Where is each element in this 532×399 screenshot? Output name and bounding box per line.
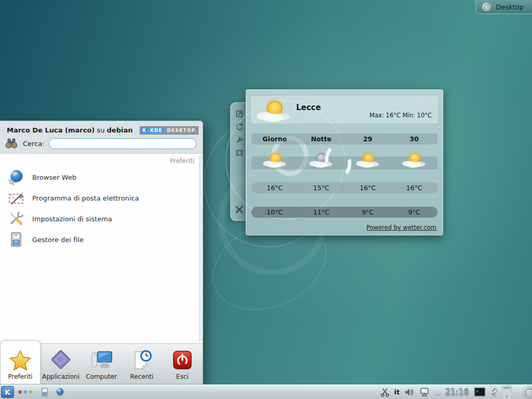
search-input[interactable] <box>49 138 196 149</box>
rotate-icon[interactable] <box>235 122 244 131</box>
high-temp: 15°C <box>298 184 345 192</box>
system-tray: it 21:16 >_ °C <box>380 385 532 399</box>
panel-toolbox-cashew[interactable] <box>516 385 532 399</box>
applet-mark <box>506 395 508 397</box>
red-dot-icon <box>18 390 22 394</box>
resize-icon[interactable] <box>235 109 244 118</box>
configure-wrench-icon[interactable] <box>235 135 244 144</box>
favorite-item-file-manager[interactable]: Gestore dei file <box>0 229 203 250</box>
column-header: 30 <box>391 135 438 143</box>
favorite-item-system-settings[interactable]: Impostazioni di sistema <box>0 208 203 229</box>
email-envelope-pen-icon <box>8 190 24 206</box>
kde-gear-icon: K <box>141 127 148 134</box>
sun-cloud-icon <box>251 157 298 169</box>
column-header: Giorno <box>251 135 298 143</box>
low-temp: 9°C <box>391 208 438 216</box>
file-manager-launcher[interactable] <box>39 387 50 397</box>
sun-cloud-icon <box>344 157 391 169</box>
screen-settings-icon[interactable] <box>235 148 244 157</box>
computer-icon <box>89 350 113 371</box>
favorites-scrollbar[interactable] <box>199 155 202 342</box>
web-browser-launcher[interactable] <box>55 387 65 397</box>
document-clock-icon <box>131 350 153 371</box>
favorite-item-email[interactable]: Programma di posta elettronica <box>0 188 203 208</box>
close-icon[interactable] <box>235 205 244 214</box>
high-temp: 16°C <box>344 184 391 192</box>
terminal-icon[interactable]: >_ <box>474 387 486 397</box>
host-name: debian <box>107 126 133 134</box>
plasmoid-handle[interactable] <box>230 102 248 221</box>
high-temp: 16°C <box>391 184 438 192</box>
digital-clock[interactable]: 21:16 <box>445 388 469 397</box>
tab-recenti[interactable]: Recenti <box>122 344 162 384</box>
wetter-credit-link[interactable]: Powered by wetter.com <box>366 224 436 231</box>
keyboard-layout-indicator[interactable]: it <box>394 388 400 396</box>
weather-icon-row <box>251 156 437 169</box>
tab-label: Applicazioni <box>42 373 79 380</box>
weather-header: Lecce Max: 16°C Min: 10°C <box>251 96 437 123</box>
crossed-tools-icon <box>8 210 24 227</box>
favorite-label: Programma di posta elettronica <box>32 194 139 202</box>
favorites-section-label: Preferiti <box>0 154 203 167</box>
weather-column-headers: Giorno Notte 29 30 <box>251 134 437 144</box>
cashew-icon <box>482 3 491 11</box>
kde-launcher-button[interactable]: K <box>1 386 14 398</box>
kickoff-header: Marco De Luca (marco) su debian K KDE DE… <box>0 121 203 136</box>
column-header: Notte <box>298 135 345 143</box>
high-temp: 16°C <box>251 184 298 192</box>
star-icon <box>9 350 32 371</box>
user-name: Marco De Luca (marco) <box>7 126 95 134</box>
kde-desktop-badge: K KDE DESKTOP <box>140 126 198 135</box>
applet-text-mark <box>503 387 510 389</box>
blue-dot-icon <box>23 390 27 394</box>
sun-cloud-icon <box>391 157 438 169</box>
kickoff-menu: Marco De Luca (marco) su debian K KDE DE… <box>0 121 203 384</box>
tab-preferiti[interactable]: Preferiti <box>0 340 41 384</box>
user-su: su <box>97 126 104 134</box>
kickoff-tab-bar: Preferiti Applicazioni <box>0 343 203 384</box>
badge-desktop-label: DESKTOP <box>165 127 197 134</box>
favorite-item-browser-web[interactable]: Browser Web <box>0 167 203 188</box>
file-cabinet-icon <box>8 231 24 248</box>
green-dot-icon <box>29 390 32 394</box>
favorite-label: Gestore dei file <box>32 236 84 244</box>
low-temp: 10°C <box>251 208 298 216</box>
cashew-icon <box>522 385 532 399</box>
activity-dots[interactable] <box>18 390 32 394</box>
weather-city: Lecce <box>296 103 321 112</box>
desktop: Desktop Marco De Luca (marco) su debian … <box>0 0 532 399</box>
kickoff-favorites-list: Preferiti Browser Web <box>0 153 203 343</box>
network-monitor-icon[interactable] <box>419 388 430 396</box>
weather-max-min: Max: 16°C Min: 10°C <box>369 112 432 119</box>
tab-label: Computer <box>86 373 117 380</box>
desktop-toolbox[interactable]: Desktop <box>475 0 532 14</box>
klipper-scissors-icon[interactable] <box>380 388 390 397</box>
tab-esci[interactable]: Esci <box>162 344 203 384</box>
search-label: Cerca: <box>23 140 45 148</box>
tab-label: Preferiti <box>8 373 33 380</box>
web-browser-globe-icon <box>8 169 24 185</box>
low-temp: 9°C <box>344 208 391 216</box>
volume-icon[interactable] <box>404 388 415 396</box>
tray-expander-icon[interactable] <box>434 390 441 394</box>
binoculars-icon <box>4 137 19 150</box>
moon-cloud-icon <box>298 157 345 169</box>
toolbox-label: Desktop <box>496 3 524 11</box>
weather-tray-icon[interactable]: °C <box>490 387 497 397</box>
kickoff-search-row: Cerca: <box>0 136 203 154</box>
tab-computer[interactable]: Computer <box>81 344 122 384</box>
low-temp: 11°C <box>298 208 345 216</box>
kickoff-user-title: Marco De Luca (marco) su debian <box>7 125 132 134</box>
favorite-label: Browser Web <box>32 174 76 181</box>
weather-high-temps: 16°C 15°C 16°C 16°C <box>251 182 437 193</box>
weather-widget: Lecce Max: 16°C Min: 10°C Giorno Notte 2… <box>246 89 443 235</box>
tab-applicazioni[interactable]: Applicazioni <box>41 344 81 384</box>
bottom-panel: K <box>0 384 532 399</box>
weather-low-temps: 10°C 11°C 9°C 9°C <box>251 207 437 218</box>
favorite-label: Impostazioni di sistema <box>32 215 112 223</box>
tab-label: Recenti <box>130 373 154 380</box>
panel-applet[interactable] <box>502 385 512 399</box>
power-icon <box>172 350 193 371</box>
tab-label: Esci <box>176 373 189 380</box>
badge-kde-label: KDE <box>148 127 165 134</box>
